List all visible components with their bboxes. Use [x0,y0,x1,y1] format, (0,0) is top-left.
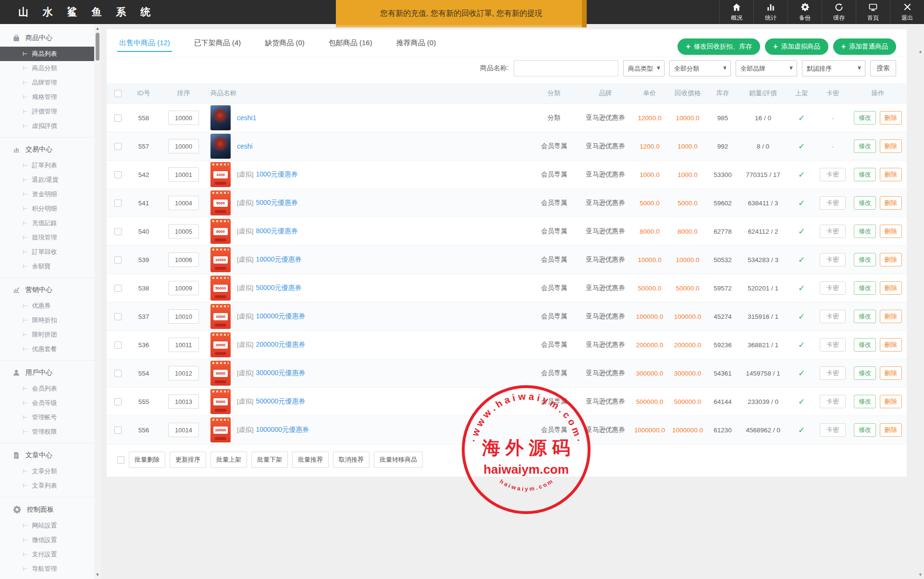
tab-已下架商品[interactable]: 已下架商品 (4) [192,29,243,57]
edit-button[interactable]: 修改 [854,253,876,266]
sidebar-item-限时拼团[interactable]: ⊢限时拼团 [0,327,94,342]
sidebar-item-限時折扣[interactable]: ⊢限時折扣 [0,313,94,327]
sidebar-item-广告管理[interactable]: ⊢广告管理 [0,576,94,579]
product-name-link[interactable]: [虚拟]10000元優惠券 [237,255,301,264]
header-nav-概况[interactable]: 概况 [719,0,753,24]
header-nav-备份[interactable]: 备份 [788,0,822,24]
sidebar-section-title[interactable]: 文章中心 [0,446,94,464]
product-name-link[interactable]: [虚拟]8000元優惠券 [237,227,298,236]
row-checkbox[interactable] [114,228,122,235]
product-name-link[interactable]: [虚拟]200000元優惠券 [237,340,305,349]
row-checkbox[interactable] [114,398,122,405]
scroll-down-icon[interactable]: ▼ [918,572,923,577]
sidebar-item-評價管理[interactable]: ⊢評價管理 [0,104,94,119]
sidebar-item-商品分類[interactable]: ⊢商品分類 [0,61,94,76]
delete-button[interactable]: 刪除 [880,196,902,210]
batch-button-批量删除[interactable]: 批量删除 [129,452,165,468]
delete-button[interactable]: 刪除 [880,310,902,323]
edit-button[interactable]: 修改 [854,168,876,181]
card-key-button[interactable]: 卡密 [820,310,846,323]
product-name-link[interactable]: [虚拟]1000元優惠券 [237,170,298,179]
delete-button[interactable]: 刪除 [880,281,902,295]
sidebar-item-微信設置[interactable]: ⊢微信設置 [0,533,94,547]
tab-出售中商品[interactable]: 出售中商品 (12) [117,29,172,57]
batch-button-取消推荐[interactable]: 取消推荐 [333,452,370,468]
sidebar-item-訂單回收[interactable]: ⊢訂單回收 [0,245,94,259]
card-key-button[interactable]: 卡密 [820,253,846,266]
delete-button[interactable]: 刪除 [880,395,902,408]
batch-button-批量推荐[interactable]: 批量推荐 [292,452,329,468]
sidebar-section-title[interactable]: 交易中心 [0,140,94,158]
edit-button[interactable]: 修改 [854,338,876,352]
row-checkbox[interactable] [114,370,122,377]
row-checkbox[interactable] [114,256,122,264]
batch-button-批量转移商品[interactable]: 批量转移商品 [374,452,423,468]
sidebar-item-会员列表[interactable]: ⊢会员列表 [0,381,94,396]
row-checkbox[interactable] [114,341,122,349]
delete-button[interactable]: 刪除 [880,253,902,266]
sort-input[interactable] [168,167,199,182]
sidebar-section-title[interactable]: 商品中心 [0,29,94,47]
sidebar-item-品牌管理[interactable]: ⊢品牌管理 [0,76,94,90]
sort-input[interactable] [168,423,199,437]
product-name-link[interactable]: ceshi [237,142,253,150]
row-checkbox[interactable] [114,171,122,178]
row-checkbox[interactable] [114,313,122,320]
edit-button[interactable]: 修改 [854,423,876,437]
sort-input[interactable] [168,366,199,380]
edit-button[interactable]: 修改 [854,395,876,408]
sidebar-item-退款/退貨[interactable]: ⊢退款/退貨 [0,173,94,187]
select-全部分類[interactable]: 全部分類 [669,60,731,76]
sort-input[interactable] [168,309,199,324]
edit-button[interactable]: 修改 [854,196,876,210]
sidebar-item-支付設置[interactable]: ⊢支付設置 [0,547,94,562]
sort-input[interactable] [168,281,199,295]
sort-input[interactable] [168,252,199,267]
delete-button[interactable]: 刪除 [880,366,902,380]
header-nav-首頁[interactable]: 首頁 [856,0,890,24]
sort-input[interactable] [168,224,199,239]
delete-button[interactable]: 刪除 [880,423,902,437]
card-key-button[interactable]: 卡密 [820,366,846,380]
card-key-button[interactable]: 卡密 [820,168,846,181]
scroll-down-icon[interactable]: ▼ [94,572,101,577]
select-all-checkbox[interactable] [114,90,122,97]
row-checkbox[interactable] [114,143,122,150]
sidebar-item-优惠券[interactable]: ⊢优惠券 [0,299,94,313]
batch-button-更新排序[interactable]: 更新排序 [170,452,206,468]
sidebar-item-余額寶[interactable]: ⊢余額寶 [0,259,94,274]
delete-button[interactable]: 刪除 [880,139,902,153]
add-button-添加虚拟商品[interactable]: +添加虚拟商品 [765,38,828,55]
sidebar-item-文章列表[interactable]: ⊢文章列表 [0,478,94,493]
sort-input[interactable] [168,394,199,409]
delete-button[interactable]: 刪除 [880,111,902,125]
tab-推荐商品[interactable]: 推荐商品 (0) [394,29,438,57]
sort-input[interactable] [168,139,199,153]
product-name-link[interactable]: [虚拟]5000元優惠券 [237,199,298,207]
batch-button-批量下架[interactable]: 批量下架 [251,452,288,468]
edit-button[interactable]: 修改 [854,139,876,153]
sidebar-item-商品列表[interactable]: ⊢商品列表 [0,47,94,61]
product-name-link[interactable]: ceshi1 [237,114,256,122]
sidebar-item-规格管理[interactable]: ⊢规格管理 [0,90,94,104]
add-button-修改回收折扣、库存[interactable]: +修改回收折扣、库存 [678,38,760,55]
sidebar-section-title[interactable]: 营销中心 [0,281,94,299]
sidebar-item-网站設置[interactable]: ⊢网站設置 [0,518,94,533]
edit-button[interactable]: 修改 [854,366,876,380]
product-name-link[interactable]: [虚拟]50000元優惠券 [237,284,301,292]
page-scrollbar[interactable]: ▲ ▼ [917,49,924,577]
product-name-input[interactable] [514,60,618,76]
card-key-button[interactable]: 卡密 [820,395,846,408]
sidebar-item-会员等级[interactable]: ⊢会员等级 [0,396,94,410]
sidebar-section-title[interactable]: 控制面板 [0,500,94,518]
header-nav-退出[interactable]: 退出 [890,0,924,24]
select-全部品牌[interactable]: 全部品牌 [736,60,797,76]
sidebar-scrollbar[interactable]: ▲ ▼ [94,24,101,579]
row-checkbox[interactable] [114,200,122,207]
card-key-button[interactable]: 卡密 [820,338,846,352]
row-checkbox[interactable] [114,427,122,434]
sidebar-item-积分明细[interactable]: ⊢积分明细 [0,201,94,216]
card-key-button[interactable]: 卡密 [820,281,846,295]
product-name-link[interactable]: [虚拟]500000元優惠券 [237,397,305,406]
edit-button[interactable]: 修改 [854,225,876,238]
